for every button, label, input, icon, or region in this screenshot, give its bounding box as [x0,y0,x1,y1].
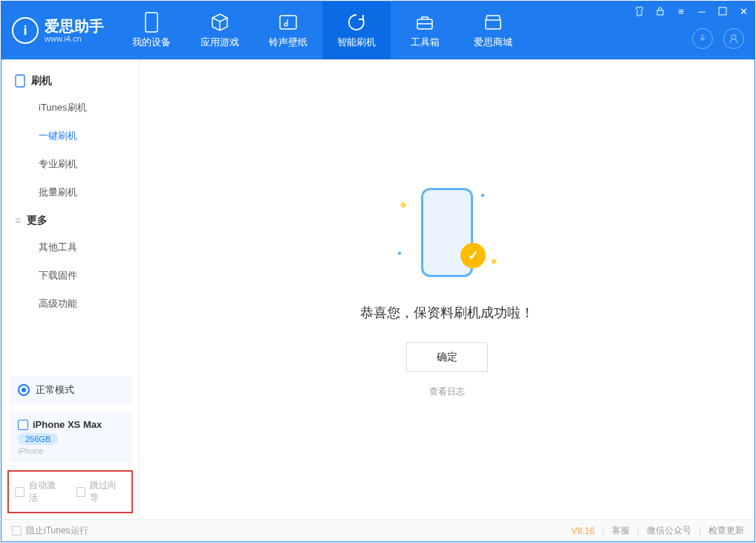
logo: i 爱思助手 www.i4.cn [1,1,117,59]
tab-label: 爱思商城 [474,36,512,49]
tab-toolbox[interactable]: 工具箱 [391,1,459,59]
tab-my-device[interactable]: 我的设备 [117,1,186,59]
refresh-icon [346,12,367,33]
device-icon [141,12,162,33]
checkbox-stop-itunes[interactable]: 阻止iTunes运行 [12,524,88,537]
svg-rect-4 [486,20,501,29]
device-type: iPhone [18,446,123,455]
status-label: 正常模式 [36,383,74,397]
status-bar: 阻止iTunes运行 V8.16 | 客服 | 微信公众号 | 检查更新 [1,519,755,542]
svg-rect-8 [16,75,25,87]
checkbox-skip-guide[interactable]: 跳过向导 [76,479,126,504]
close-icon[interactable]: ✕ [737,4,750,18]
status-dot-icon [18,384,30,396]
header-actions [692,28,744,49]
sidebar-section-flash: 刷机 [1,67,139,94]
maximize-icon[interactable] [716,4,729,18]
tab-smart-flash[interactable]: 智能刷机 [322,1,391,59]
main-panel: ✓ 恭喜您，保资料刷机成功啦！ 确定 查看日志 [140,59,755,519]
minimize-icon[interactable]: ─ [695,4,708,18]
footer-link-wechat[interactable]: 微信公众号 [647,524,691,537]
sidebar-section-more: ≡ 更多 [1,207,139,233]
phone-icon [18,420,28,430]
sidebar-item-itunes-flash[interactable]: iTunes刷机 [1,94,139,122]
app-name: 爱思助手 [45,18,104,34]
user-icon[interactable] [723,28,744,49]
tab-apps[interactable]: 应用游戏 [186,1,254,59]
checkbox-icon [76,487,86,497]
svg-rect-1 [280,16,296,29]
device-card[interactable]: iPhone XS Max 256GB iPhone [9,412,131,463]
tab-label: 我的设备 [132,36,171,49]
tab-label: 铃声壁纸 [269,36,307,49]
sidebar-item-pro-flash[interactable]: 专业刷机 [1,150,139,178]
checkbox-auto-activate[interactable]: 自动激活 [15,479,65,504]
phone-icon [15,74,25,88]
sparkle-icon [491,259,497,264]
sidebar-item-batch-flash[interactable]: 批量刷机 [1,178,139,207]
download-icon[interactable] [692,28,713,49]
logo-icon: i [12,17,39,44]
svg-rect-0 [146,13,157,32]
app-window: i 爱思助手 www.i4.cn 我的设备 应用游戏 铃声壁纸 智能刷机 [1,1,755,542]
tab-label: 工具箱 [411,36,440,49]
menu-icon[interactable]: ≡ [674,4,688,18]
tab-ringtone[interactable]: 铃声壁纸 [254,1,322,59]
window-controls: ≡ ─ ✕ [633,4,750,18]
sidebar-item-download-firmware[interactable]: 下载固件 [1,261,139,290]
success-message: 恭喜您，保资料刷机成功啦！ [360,304,534,322]
device-name: iPhone XS Max [33,419,102,430]
sparkle-icon [480,193,485,198]
ok-button[interactable]: 确定 [406,342,488,372]
svg-rect-6 [719,7,726,15]
check-badge-icon: ✓ [460,243,486,268]
sidebar-bottom: 正常模式 iPhone XS Max 256GB iPhone 自动激活 [1,376,139,519]
body: 刷机 iTunes刷机 一键刷机 专业刷机 批量刷机 ≡ 更多 其他工具 下载固… [1,59,755,519]
svg-rect-5 [657,10,663,15]
tab-label: 应用游戏 [201,36,239,49]
sidebar-item-oneclick-flash[interactable]: 一键刷机 [1,122,139,150]
checkbox-icon [15,487,25,497]
sidebar-item-advanced[interactable]: 高级功能 [1,290,139,318]
nav-tabs: 我的设备 应用游戏 铃声壁纸 智能刷机 工具箱 爱思商城 [117,1,527,59]
shirt-icon[interactable] [633,4,646,18]
version-label: V8.16 [571,526,594,536]
footer-link-kefu[interactable]: 客服 [612,524,630,537]
toolbox-icon [414,12,435,33]
status-card[interactable]: 正常模式 [9,376,131,404]
device-capacity-badge: 256GB [18,433,58,445]
success-illustration: ✓ [395,181,499,284]
footer-link-update[interactable]: 检查更新 [708,524,744,537]
app-sub: www.i4.cn [45,34,104,43]
lock-icon[interactable] [654,4,667,18]
list-icon: ≡ [15,215,21,227]
title-bar: i 爱思助手 www.i4.cn 我的设备 应用游戏 铃声壁纸 智能刷机 [1,1,755,59]
music-folder-icon [278,12,299,33]
view-log-link[interactable]: 查看日志 [429,386,465,398]
tab-store[interactable]: 爱思商城 [459,1,527,59]
sparkle-icon [397,251,402,256]
sparkle-icon [400,202,406,208]
store-icon [483,12,504,33]
cube-icon [209,12,230,33]
tab-label: 智能刷机 [337,36,376,49]
checkbox-icon [12,526,22,536]
svg-point-7 [731,35,736,39]
sidebar-item-other-tools[interactable]: 其他工具 [1,233,139,261]
highlighted-options-row: 自动激活 跳过向导 [7,470,133,513]
sidebar: 刷机 iTunes刷机 一键刷机 专业刷机 批量刷机 ≡ 更多 其他工具 下载固… [1,59,140,519]
